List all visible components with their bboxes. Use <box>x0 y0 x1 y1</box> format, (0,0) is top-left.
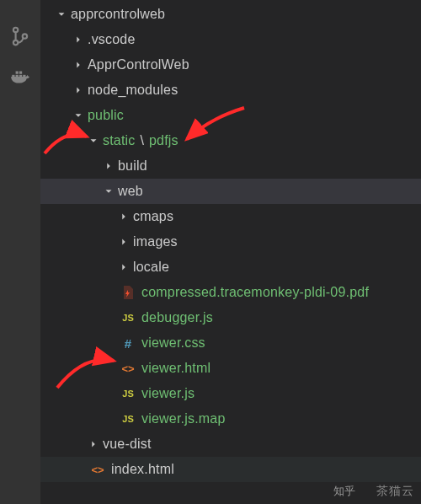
path-separator: \ <box>141 133 144 148</box>
pdf-icon <box>120 284 136 301</box>
js-icon: JS <box>120 410 136 427</box>
js-icon: JS <box>120 385 136 402</box>
tree-folder[interactable]: node_modules <box>40 78 421 103</box>
tree-file[interactable]: JS viewer.js <box>40 381 421 406</box>
tree-folder[interactable]: locale <box>40 255 421 280</box>
tree-folder[interactable]: cmaps <box>40 204 421 229</box>
folder-label: static <box>103 133 136 148</box>
tree-folder[interactable]: vue-dist <box>40 432 421 457</box>
tree-folder-path[interactable]: static \ pdfjs <box>40 128 421 153</box>
chevron-right-icon <box>116 234 131 249</box>
tree-folder[interactable]: public <box>40 103 421 128</box>
html-icon: <> <box>89 461 106 478</box>
file-label: viewer.css <box>141 335 205 351</box>
tree-file[interactable]: JS debugger.js <box>40 305 421 330</box>
file-label: viewer.js <box>141 386 195 401</box>
tree-folder[interactable]: build <box>40 153 421 179</box>
tree-file[interactable]: <> viewer.html <box>40 356 421 381</box>
chevron-down-icon <box>54 7 69 22</box>
folder-label: node_modules <box>88 83 178 98</box>
svg-rect-6 <box>16 72 19 74</box>
folder-label: web <box>118 184 143 199</box>
file-label: debugger.js <box>141 310 213 325</box>
file-explorer: apprcontrolweb .vscode ApprControlWeb no… <box>40 0 421 504</box>
tree-file[interactable]: # viewer.css <box>40 330 421 356</box>
tree-file[interactable]: compressed.tracemonkey-pldi-09.pdf <box>40 280 421 305</box>
tree-file[interactable]: JS viewer.js.map <box>40 406 421 432</box>
folder-label: vue-dist <box>103 437 152 452</box>
tree-folder-selected[interactable]: web <box>40 179 421 204</box>
tree-folder[interactable]: .vscode <box>40 27 421 52</box>
tree-file[interactable]: <> index.html <box>40 457 421 482</box>
folder-label: locale <box>133 260 169 275</box>
svg-point-2 <box>23 34 27 38</box>
watermark-text: 茶猫云 <box>376 484 414 499</box>
file-label: index.html <box>111 462 174 477</box>
activity-bar <box>0 0 40 504</box>
chevron-down-icon <box>71 108 86 123</box>
chevron-right-icon <box>71 83 86 98</box>
tree-folder[interactable]: images <box>40 229 421 255</box>
js-icon: JS <box>120 309 136 326</box>
html-icon: <> <box>120 360 136 377</box>
chevron-right-icon <box>116 209 131 224</box>
folder-label: .vscode <box>88 32 136 47</box>
folder-label: images <box>133 234 178 249</box>
chevron-right-icon <box>86 437 101 452</box>
file-label: compressed.tracemonkey-pldi-09.pdf <box>141 285 369 300</box>
file-label: viewer.html <box>141 361 210 376</box>
svg-rect-7 <box>19 72 22 74</box>
chevron-right-icon <box>101 158 116 174</box>
css-icon: # <box>120 335 136 351</box>
tree-folder[interactable]: ApprControlWeb <box>40 52 421 78</box>
folder-label: ApprControlWeb <box>88 57 189 72</box>
file-label: viewer.js.map <box>141 411 226 426</box>
chevron-down-icon <box>101 184 116 199</box>
folder-label: public <box>88 108 124 123</box>
docker-icon[interactable] <box>9 66 31 88</box>
chevron-down-icon <box>86 133 101 148</box>
svg-point-0 <box>13 28 18 32</box>
folder-label: build <box>118 158 147 174</box>
svg-point-1 <box>13 40 18 45</box>
folder-label: pdfjs <box>149 133 179 148</box>
folder-label: cmaps <box>133 209 173 224</box>
source-control-icon[interactable] <box>9 25 31 47</box>
folder-label: apprcontrolweb <box>71 7 165 22</box>
tree-root[interactable]: apprcontrolweb <box>40 2 421 27</box>
chevron-right-icon <box>71 32 86 47</box>
chevron-right-icon <box>71 57 86 72</box>
zhihu-watermark: 知乎 <box>333 484 355 499</box>
chevron-right-icon <box>116 260 131 275</box>
